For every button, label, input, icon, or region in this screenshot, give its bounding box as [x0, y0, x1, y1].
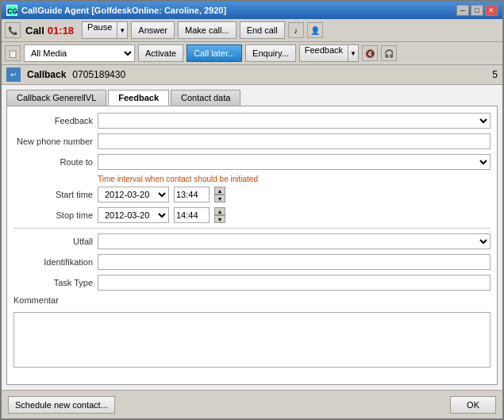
answer-button[interactable]: Answer: [131, 21, 175, 39]
route-to-row: Route to: [13, 154, 491, 170]
media-select[interactable]: All Media: [24, 44, 135, 62]
title-controls: ─ □ ✕: [456, 5, 498, 16]
stop-time-input[interactable]: 14:44: [174, 207, 210, 223]
window-title: CallGuide Agent [GolfdeskOnline: Carolin…: [21, 6, 226, 15]
headset-icon[interactable]: 🎧: [381, 45, 397, 61]
enquiry-button[interactable]: Enquiry...: [245, 44, 296, 62]
call-time: 01:18: [48, 25, 74, 37]
kommentar-textarea[interactable]: [13, 312, 491, 368]
activate-button[interactable]: Activate: [138, 44, 183, 62]
end-call-button[interactable]: End call: [240, 21, 285, 39]
media-icon[interactable]: 📋: [5, 45, 21, 61]
callback-title: Callback: [27, 69, 66, 80]
form-panel: Feedback New phone number Route to Time …: [6, 106, 498, 385]
stop-date-select[interactable]: 2012-03-20: [98, 207, 169, 223]
kommentar-label: Kommentar: [13, 295, 59, 305]
stop-time-spinner: ▲ ▼: [214, 207, 225, 223]
feedback-select[interactable]: [98, 113, 491, 129]
music-icon[interactable]: ♪: [288, 22, 304, 38]
new-phone-row: New phone number: [13, 133, 491, 149]
app-icon: CG: [6, 5, 17, 16]
utfall-row: Utfall: [13, 233, 491, 249]
phone-icon[interactable]: 📞: [5, 22, 21, 38]
pause-arrow[interactable]: ▼: [117, 21, 128, 39]
stop-time-up[interactable]: ▲: [214, 207, 225, 215]
main-content: Callback GenerellVL Feedback Contact dat…: [2, 85, 502, 390]
start-time-row: Start time 2012-03-20 13:44 ▲ ▼: [13, 187, 491, 202]
make-call-button[interactable]: Make call...: [178, 21, 237, 39]
feedback-label: Feedback: [13, 116, 93, 125]
feedback-split-button[interactable]: Feedback ▼: [299, 44, 359, 62]
callback-count: 5: [492, 69, 498, 80]
bottom-bar: Schedule new contact... OK: [2, 390, 502, 418]
close-button[interactable]: ✕: [485, 5, 498, 16]
new-phone-input[interactable]: [98, 133, 491, 149]
tab-contact[interactable]: Contact data: [171, 90, 240, 106]
route-to-select[interactable]: [98, 154, 491, 170]
pause-split-button[interactable]: Pause ▼: [82, 21, 128, 39]
toolbar-row-2: 📋 All Media Activate Call later... Enqui…: [2, 42, 502, 65]
start-date-select[interactable]: 2012-03-20: [98, 187, 169, 202]
call-label: Call: [25, 25, 44, 37]
callback-bar: ↩ Callback 0705189430 5: [2, 65, 502, 85]
mute-icon[interactable]: 🔇: [362, 45, 378, 61]
identifikation-label: Identifikation: [13, 257, 93, 267]
feedback-row: Feedback: [13, 113, 491, 129]
title-bar-left: CG CallGuide Agent [GolfdeskOnline: Caro…: [6, 5, 226, 16]
toolbar-row-1: 📞 Call 01:18 Pause ▼ Answer Make call...…: [2, 19, 502, 42]
callback-icon: ↩: [6, 67, 21, 82]
kommentar-section: Kommentar: [13, 295, 491, 368]
start-time-spinner: ▲ ▼: [214, 187, 225, 202]
main-window: CG CallGuide Agent [GolfdeskOnline: Caro…: [0, 0, 504, 420]
tab-bar: Callback GenerellVL Feedback Contact dat…: [6, 90, 498, 106]
schedule-new-contact-button[interactable]: Schedule new contact...: [8, 396, 115, 414]
ok-button[interactable]: OK: [450, 396, 496, 414]
maximize-button[interactable]: □: [471, 5, 483, 16]
title-bar: CG CallGuide Agent [GolfdeskOnline: Caro…: [2, 2, 502, 19]
person-icon[interactable]: 👤: [307, 22, 323, 38]
minimize-button[interactable]: ─: [456, 5, 469, 16]
feedback-main-button[interactable]: Feedback: [299, 44, 348, 62]
task-type-row: Task Type: [13, 275, 491, 291]
tab-feedback[interactable]: Feedback: [108, 90, 169, 106]
stop-time-row: Stop time 2012-03-20 14:44 ▲ ▼: [13, 207, 491, 223]
utfall-label: Utfall: [13, 237, 93, 246]
start-time-label: Start time: [13, 190, 93, 199]
identifikation-row: Identifikation: [13, 254, 491, 270]
task-type-input[interactable]: [98, 275, 491, 291]
pause-button[interactable]: Pause: [82, 21, 117, 39]
stop-time-down[interactable]: ▼: [214, 215, 225, 223]
utfall-select[interactable]: [98, 233, 491, 249]
task-type-label: Task Type: [13, 278, 93, 287]
feedback-arrow[interactable]: ▼: [348, 44, 359, 62]
new-phone-label: New phone number: [13, 137, 93, 146]
start-time-input[interactable]: 13:44: [174, 187, 210, 202]
identifikation-input[interactable]: [98, 254, 491, 270]
start-time-up[interactable]: ▲: [214, 187, 225, 195]
callback-phone: 0705189430: [72, 69, 125, 80]
tab-callback[interactable]: Callback GenerellVL: [6, 90, 106, 106]
start-time-down[interactable]: ▼: [214, 195, 225, 202]
time-hint: Time interval when contact should be ini…: [98, 175, 491, 183]
route-to-label: Route to: [13, 157, 93, 167]
stop-time-label: Stop time: [13, 210, 93, 220]
call-later-button[interactable]: Call later...: [187, 44, 242, 62]
divider: [13, 228, 491, 229]
